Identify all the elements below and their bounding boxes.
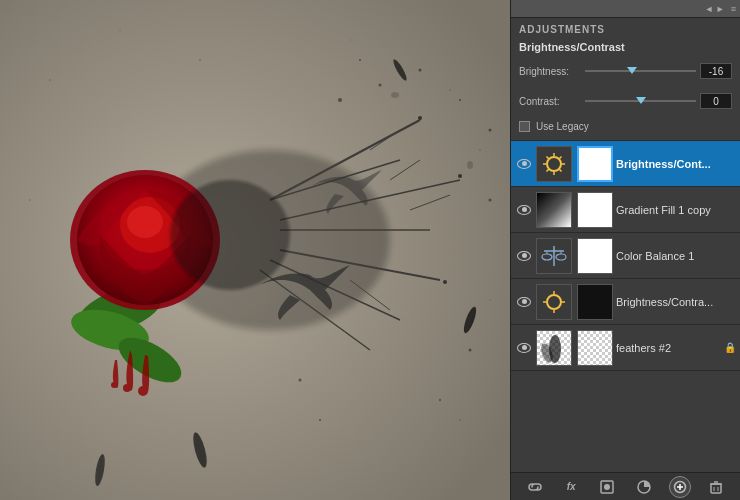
link-layers-button[interactable] [524, 476, 546, 498]
layer-name: Gradient Fill 1 copy [616, 204, 736, 216]
brightness-track[interactable] [585, 70, 696, 72]
layer-name: feathers #2 [616, 342, 719, 354]
panel-collapse-arrows[interactable]: ◄ ► [704, 4, 724, 14]
layer-row[interactable]: Brightness/Contra... [511, 279, 740, 325]
svg-point-8 [489, 299, 491, 301]
bc-title: Brightness/Contrast [519, 41, 732, 53]
svg-point-56 [138, 386, 148, 396]
eye-visibility-icon[interactable] [515, 247, 533, 265]
layers-panel: Brightness/Cont... Gradient Fill 1 copy [511, 141, 740, 472]
svg-point-6 [479, 149, 481, 151]
eye-visibility-icon[interactable] [515, 339, 533, 357]
layer-thumbnail [536, 192, 572, 228]
svg-point-54 [127, 206, 163, 238]
svg-line-66 [559, 156, 561, 158]
layer-name: Brightness/Contra... [616, 296, 736, 308]
contrast-slider-container[interactable] [585, 91, 696, 111]
svg-point-1 [49, 79, 51, 81]
brightness-value[interactable]: -16 [700, 63, 732, 79]
svg-point-59 [547, 157, 561, 171]
layer-thumbnail [536, 330, 572, 366]
add-mask-button[interactable] [596, 476, 618, 498]
svg-line-64 [547, 156, 549, 158]
brightness-label: Brightness: [519, 66, 581, 77]
contrast-track[interactable] [585, 100, 696, 102]
eye-shape [517, 159, 531, 169]
svg-point-5 [449, 89, 451, 91]
layer-thumbnail [536, 284, 572, 320]
svg-point-36 [319, 419, 321, 421]
new-fill-layer-button[interactable] [633, 476, 655, 498]
layer-info: Brightness/Cont... [616, 158, 736, 170]
eye-shape [517, 205, 531, 215]
svg-point-23 [418, 116, 422, 120]
eye-visibility-icon[interactable] [515, 155, 533, 173]
layer-thumbnail [536, 146, 572, 182]
eye-pupil [522, 207, 527, 212]
panel-menu-icon[interactable]: ≡ [731, 4, 736, 14]
svg-rect-87 [711, 484, 721, 493]
panel-topbar: ◄ ► ≡ [511, 0, 740, 18]
use-legacy-row[interactable]: Use Legacy [519, 121, 732, 132]
svg-point-37 [391, 92, 399, 98]
layer-row[interactable]: Color Balance 1 [511, 233, 740, 279]
layer-row[interactable]: Brightness/Cont... [511, 141, 740, 187]
layers-toolbar: fx [511, 472, 740, 500]
eye-shape [517, 251, 531, 261]
layer-info: Brightness/Contra... [616, 296, 736, 308]
svg-point-3 [199, 59, 201, 61]
svg-point-31 [359, 59, 361, 61]
layer-info: Color Balance 1 [616, 250, 736, 262]
layer-row[interactable]: Gradient Fill 1 copy [511, 187, 740, 233]
brightness-thumb[interactable] [627, 67, 637, 75]
svg-point-74 [547, 295, 561, 309]
layer-info: Gradient Fill 1 copy [616, 204, 736, 216]
delete-layer-button[interactable] [705, 476, 727, 498]
eye-pupil [522, 161, 527, 166]
use-legacy-checkbox[interactable] [519, 121, 530, 132]
brightness-slider-container[interactable] [585, 61, 696, 81]
svg-point-26 [338, 98, 342, 102]
contrast-value[interactable]: 0 [700, 93, 732, 109]
svg-point-9 [459, 419, 461, 421]
svg-point-82 [604, 484, 610, 490]
new-layer-button[interactable] [669, 476, 691, 498]
svg-line-65 [559, 169, 561, 171]
svg-point-30 [489, 129, 492, 132]
contrast-label: Contrast: [519, 96, 581, 107]
svg-point-57 [111, 382, 117, 388]
eye-visibility-icon[interactable] [515, 201, 533, 219]
eye-shape [517, 297, 531, 307]
svg-point-4 [349, 39, 350, 40]
svg-point-70 [542, 254, 552, 260]
eye-pupil [522, 253, 527, 258]
layer-name: Brightness/Cont... [616, 158, 736, 170]
canvas-area [0, 0, 510, 500]
adjustments-panel: ADJUSTMENTS Brightness/Contrast Brightne… [511, 18, 740, 141]
contrast-thumb[interactable] [636, 97, 646, 105]
layer-lock-icon: 🔒 [724, 342, 736, 353]
svg-point-29 [459, 99, 461, 101]
eye-shape [517, 343, 531, 353]
svg-point-35 [299, 379, 302, 382]
eye-pupil [522, 299, 527, 304]
svg-point-58 [170, 180, 290, 290]
contrast-row: Contrast: 0 [519, 91, 732, 111]
svg-point-55 [123, 384, 131, 392]
right-panel: ◄ ► ≡ ADJUSTMENTS Brightness/Contrast Br… [510, 0, 740, 500]
fx-button[interactable]: fx [560, 476, 582, 498]
svg-line-67 [547, 169, 549, 171]
layer-name: Color Balance 1 [616, 250, 736, 262]
svg-point-7 [29, 199, 31, 201]
svg-point-24 [458, 174, 462, 178]
svg-point-28 [419, 69, 422, 72]
svg-point-34 [439, 399, 441, 401]
layer-mask-thumbnail [577, 192, 613, 228]
svg-point-38 [467, 161, 473, 169]
layer-mask-thumbnail [577, 284, 613, 320]
layer-mask-thumbnail [577, 238, 613, 274]
eye-pupil [522, 345, 527, 350]
layer-row[interactable]: feathers #2 🔒 [511, 325, 740, 371]
adjustments-title: ADJUSTMENTS [519, 24, 732, 35]
eye-visibility-icon[interactable] [515, 293, 533, 311]
